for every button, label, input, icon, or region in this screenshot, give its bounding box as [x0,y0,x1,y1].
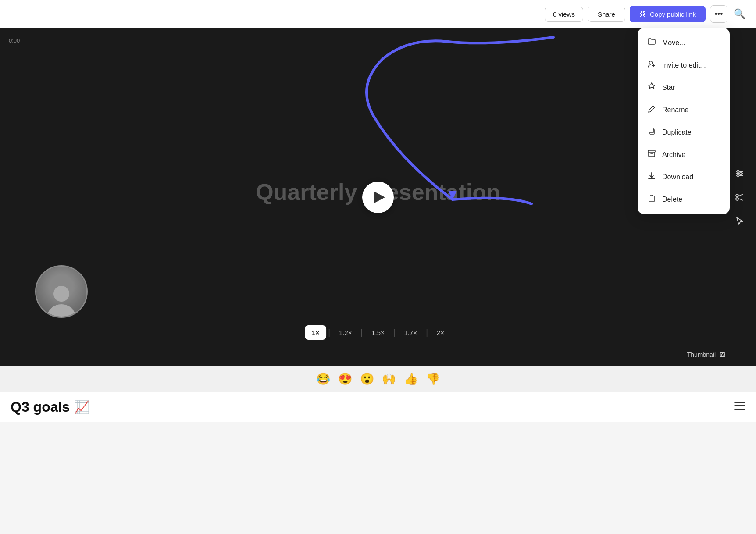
footer: Q3 goals 📈 [0,392,756,422]
svg-point-17 [737,175,739,177]
dropdown-item-duplicate[interactable]: Duplicate [638,121,730,143]
avatar [35,265,88,318]
play-button[interactable] [362,182,394,213]
thumbnail-icon: 🖼 [719,351,725,358]
svg-point-10 [53,286,69,302]
folder-icon [647,37,656,48]
svg-rect-23 [734,402,745,403]
dropdown-item-move[interactable]: Move... [638,32,730,54]
speed-divider: | [328,328,330,337]
reaction-emoji[interactable]: 😂 [316,372,330,386]
dropdown-menu: Move... Invite to edit... Star Rename Du… [638,28,730,214]
dropdown-item-label: Invite to edit... [662,61,706,69]
dropdown-item-star[interactable]: Star [638,76,730,99]
dropdown-item-delete[interactable]: Delete [638,188,730,210]
views-button[interactable]: 0 views [545,7,583,22]
dropdown-item-archive[interactable]: Archive [638,143,730,166]
dropdown-item-label: Duplicate [662,128,692,136]
dropdown-item-rename[interactable]: Rename [638,99,730,121]
speed-controls: 1×|1.2×|1.5×|1.7×|2× [305,325,451,340]
more-options-button[interactable]: ••• [710,5,727,23]
avatar-placeholder [36,267,86,317]
link-icon: ⛓ [639,10,646,18]
speed-divider: | [426,328,428,337]
speed-divider: | [361,328,363,337]
copy-link-button[interactable]: ⛓ Copy public link [630,6,706,22]
dropdown-item-invite[interactable]: Invite to edit... [638,54,730,76]
footer-icon: 📈 [74,400,89,414]
speed-button-1.5×[interactable]: 1.5× [364,325,392,340]
trash-icon [647,194,656,205]
dropdown-item-download[interactable]: Download [638,166,730,188]
footer-title: Q3 goals 📈 [11,399,89,415]
more-icon: ••• [715,10,723,19]
svg-point-19 [736,198,738,200]
speed-button-1×[interactable]: 1× [305,325,326,340]
svg-rect-24 [734,405,745,406]
reaction-emoji[interactable]: 👍 [404,372,418,386]
dropdown-item-label: Archive [662,151,685,159]
svg-rect-8 [649,196,654,202]
svg-marker-22 [448,191,457,199]
svg-rect-4 [649,128,653,133]
reaction-emoji[interactable]: 👎 [426,372,440,386]
svg-point-16 [740,173,742,175]
svg-rect-25 [734,409,745,410]
svg-point-18 [736,194,738,197]
duplicate-icon [647,127,656,138]
search-button[interactable]: 🔍 [732,7,747,21]
speed-divider: | [393,328,396,337]
thumbnail-label: Thumbnail 🖼 [687,351,725,358]
download-icon [647,171,656,182]
speed-button-2×[interactable]: 2× [430,325,451,340]
cursor-icon[interactable] [731,213,747,229]
speed-button-1.2×[interactable]: 1.2× [332,325,359,340]
reaction-emoji[interactable]: 🙌 [382,372,396,386]
svg-point-15 [737,171,739,173]
scissors-icon[interactable] [731,189,747,205]
speed-button-1.7×[interactable]: 1.7× [397,325,424,340]
footer-menu-button[interactable] [734,402,745,413]
share-button[interactable]: Share [588,7,625,22]
svg-point-0 [649,61,653,64]
adjust-icon[interactable] [731,166,747,182]
dropdown-item-label: Delete [662,196,682,203]
header: 0 views Share ⛓ Copy public link ••• 🔍 M… [0,0,756,28]
svg-rect-5 [648,150,655,152]
video-timestamp: 0:00 [9,37,20,44]
dropdown-item-label: Download [662,173,693,181]
person-add-icon [647,60,656,71]
pencil-icon [647,104,656,115]
svg-line-20 [738,194,743,196]
svg-point-11 [47,304,75,317]
reactions-bar: 😂😍😮🙌👍👎 [0,366,756,392]
reaction-emoji[interactable]: 😍 [338,372,352,386]
reaction-emoji[interactable]: 😮 [360,372,374,386]
right-toolbar [731,166,747,229]
search-icon: 🔍 [734,8,745,19]
star-icon [647,82,656,93]
dropdown-item-label: Move... [662,39,685,47]
dropdown-item-label: Star [662,84,675,92]
svg-line-21 [738,199,743,201]
archive-icon [647,149,656,160]
dropdown-item-label: Rename [662,106,688,114]
